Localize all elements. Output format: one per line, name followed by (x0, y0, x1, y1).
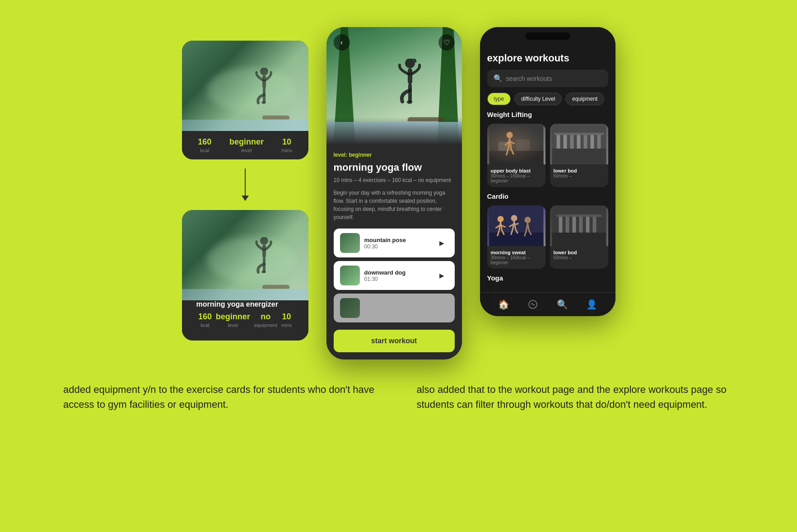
workout-info-morning-sweat: morning sweat 30mins – 160kcal – beginne… (487, 246, 545, 269)
stat-mins-bottom: 10 mins (281, 312, 292, 328)
notch-bar (525, 33, 570, 40)
svg-rect-19 (554, 133, 604, 135)
svg-rect-21 (563, 135, 567, 149)
yoga-figure-bottom (252, 237, 277, 287)
card-title-bottom: morning yoga energizer (189, 300, 301, 312)
stat-level-bottom: beginner level (216, 312, 250, 328)
stat-mins-top: 10 mins (281, 137, 292, 153)
explore-title: explore workouts (487, 52, 608, 64)
workout-item-morning-sweat[interactable]: morning sweat 30mins – 160kcal – beginne… (487, 205, 545, 269)
svg-rect-9 (408, 68, 412, 84)
exercise-info-1: mountain pose 00:30 (364, 237, 431, 250)
workout-item-upper-body[interactable]: upper body blast 30mins – 160kcal – begi… (487, 124, 545, 187)
phone-notch (480, 27, 615, 45)
svg-point-29 (497, 216, 503, 222)
workout-item-lower-body-1[interactable]: lower bod 60mins – (550, 124, 608, 187)
card-bottom-extra: morning yoga energizer 160 kcal beginner… (182, 300, 308, 341)
workout-name-upper-body: upper body blast (491, 168, 542, 173)
nav-search-icon[interactable]: 🔍 (556, 298, 569, 311)
filter-chip-equipment[interactable]: equipment (565, 93, 604, 105)
svg-rect-34 (556, 215, 601, 217)
search-icon: 🔍 (494, 74, 503, 83)
workout-info-lower-body-2: lower bod 60mins – (550, 246, 608, 264)
svg-point-0 (260, 68, 268, 75)
svg-point-31 (524, 217, 531, 223)
exercise-item-downward-dog[interactable]: downward dog 01:30 ▶ (334, 261, 455, 290)
phones-row: 160 kcal beginner level 10 mins (27, 27, 770, 359)
level-tag: level: beginner (334, 152, 455, 158)
svg-rect-25 (590, 135, 594, 149)
exercise-item-3[interactable] (334, 294, 455, 322)
gym-svg-1 (487, 124, 545, 164)
workout-card-bottom: morning yoga energizer 160 kcal beginner… (182, 210, 308, 341)
filter-chip-type[interactable]: type (487, 93, 511, 105)
exercise-thumb-mountain-pose (340, 233, 360, 253)
section-yoga: Yoga (487, 274, 608, 282)
arrow-line (245, 168, 246, 196)
nav-profile-icon[interactable]: 👤 (585, 298, 598, 311)
gym-svg-2 (550, 124, 608, 164)
workout-name-morning-sweat: morning sweat (491, 250, 542, 255)
middle-phone: ‹ ♡ level: beginner morning yoga flow 10… (326, 27, 462, 359)
arrow-head (242, 196, 249, 201)
workout-meta-lower-body-1: 60mins – (554, 173, 605, 178)
svg-rect-20 (556, 135, 560, 149)
svg-rect-23 (577, 135, 580, 149)
bottom-text-right: also added that to the workout page and … (417, 382, 734, 412)
svg-rect-18 (552, 149, 606, 164)
nav-activity-icon[interactable] (527, 298, 539, 311)
nav-home-icon[interactable]: 🏠 (497, 298, 510, 311)
workout-meta-lower-body-2: 60mins – (554, 255, 605, 260)
card-stats-bottom: 160 kcal beginner level no equipment 1 (189, 312, 301, 334)
workout-image-morning-sweat (487, 205, 545, 246)
svg-rect-10 (408, 84, 412, 103)
svg-rect-33 (552, 233, 606, 246)
svg-rect-12 (489, 124, 543, 164)
stat-value-equipment-bottom: no (261, 312, 270, 322)
search-bar[interactable]: 🔍 search workouts (487, 70, 608, 87)
workout-item-lower-body-2[interactable]: lower bod 60mins – (550, 205, 608, 269)
hero-overlay (326, 117, 462, 145)
section-weight-lifting: Weight Lifting (487, 111, 608, 118)
thumb-bg-1 (340, 233, 360, 253)
svg-point-3 (261, 101, 266, 104)
workout-meta-upper-body: 30mins – 160kcal – beginner (491, 173, 542, 183)
stat-value-level-top: beginner (229, 137, 264, 147)
workout-image-lower-body-1 (550, 124, 608, 164)
hero-yoga-figure (394, 59, 426, 122)
back-button[interactable]: ‹ (334, 34, 350, 51)
svg-rect-40 (592, 217, 596, 233)
water-element-2 (182, 289, 308, 300)
search-placeholder-text: search workouts (506, 75, 552, 82)
svg-rect-1 (262, 75, 266, 88)
filter-chip-difficulty[interactable]: difficulty Level (514, 93, 562, 105)
cardio-svg-1 (487, 205, 545, 246)
filter-chips: type difficulty Level equipment (487, 93, 608, 105)
yoga-mat-top (262, 116, 290, 120)
phone-content: level: beginner morning yoga flow 10 min… (326, 145, 462, 359)
right-phone: explore workouts 🔍 search workouts type … (480, 27, 615, 316)
svg-point-7 (261, 271, 266, 273)
svg-rect-14 (498, 142, 512, 151)
stat-value-kcal-top: 160 (198, 137, 211, 147)
play-button-1[interactable]: ▶ (436, 237, 448, 249)
stat-value-mins-top: 10 (282, 137, 291, 147)
exercise-info-2: downward dog 01:30 (364, 269, 431, 282)
svg-point-8 (405, 59, 415, 68)
svg-rect-15 (516, 140, 530, 151)
svg-point-30 (511, 215, 517, 221)
arrow-down (242, 168, 249, 201)
svg-rect-13 (489, 151, 543, 164)
start-workout-button[interactable]: start workout (334, 330, 455, 352)
svg-rect-37 (572, 217, 576, 233)
svg-point-11 (407, 100, 412, 104)
play-button-2[interactable]: ▶ (436, 269, 448, 282)
yoga-mat-bottom (262, 285, 290, 289)
bottom-text-row: added equipment y/n to the exercise card… (27, 382, 770, 412)
cardio-svg-2 (550, 205, 608, 246)
heart-button[interactable]: ♡ (438, 34, 455, 51)
exercise-item-mountain-pose[interactable]: mountain pose 00:30 ▶ (334, 229, 455, 257)
card-stats-top: 160 kcal beginner level 10 mins (182, 131, 308, 159)
svg-rect-35 (559, 217, 562, 233)
main-container: 160 kcal beginner level 10 mins (0, 0, 797, 532)
